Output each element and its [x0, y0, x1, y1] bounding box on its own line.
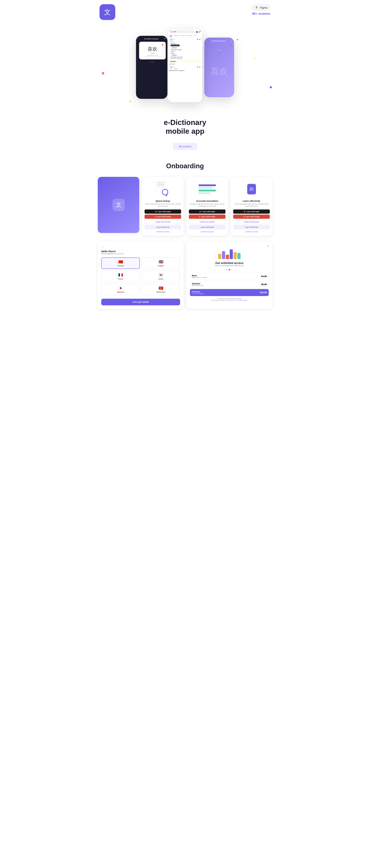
fc-example: The young use it to say "I love you"	[141, 56, 164, 57]
translation-illustration	[189, 180, 226, 198]
deco-dot-yellow2	[254, 58, 255, 59]
login-email-btn-3[interactable]: Log in with Email	[233, 225, 270, 229]
continue-guest-btn-1[interactable]: Continue as Guest	[144, 230, 181, 233]
lang-header: ‹	[101, 245, 180, 249]
mic-icon[interactable]: 🎤	[199, 31, 201, 33]
terms-link[interactable]: Terms of Use	[227, 299, 236, 301]
card-learn: 的 Learn efficiently Learn vocabulary fas…	[231, 177, 272, 236]
login-email-label-1: Log in with Email	[157, 226, 169, 228]
lang-subtitle: Which language do you use?	[101, 253, 180, 255]
login-google-btn-2[interactable]: G Log in with Google	[189, 215, 226, 219]
dict-screen: 🔍 yi zhi 📷 🎤 Word Character Sentence Gra…	[168, 29, 202, 102]
plan-premium-price: $19.99	[260, 291, 267, 294]
login-google-btn-1[interactable]: G Log in with Google	[144, 215, 181, 219]
card-welcome: 文	[98, 177, 139, 233]
paper-line-4	[157, 186, 164, 186]
search-icon: 🔍	[170, 31, 172, 32]
collapse-link[interactable]: Collapse	[169, 51, 201, 52]
create-account-btn-3[interactable]: Create new account	[233, 220, 270, 224]
plan-premium[interactable]: Premium It's yours forever $19.99	[190, 289, 269, 296]
lang-item-vietnamese[interactable]: 🇻🇳 Vietnamese	[141, 284, 180, 295]
login-apple-btn-2[interactable]: 🍎 Log in with Apple	[189, 210, 226, 214]
plan-basic[interactable]: Basic Billed every 3 months $4.99	[190, 273, 269, 280]
fc-counter: 1/150	[138, 61, 166, 63]
continue-guest-btn-2[interactable]: Continue as Guest	[189, 230, 226, 233]
flag-english: 🇬🇧	[159, 259, 163, 264]
show-more-link[interactable]: Show 4 more examples	[169, 58, 201, 59]
fc-right-back[interactable]: ‹	[206, 40, 207, 42]
login-email-label-3: Log in with Email	[245, 226, 258, 228]
dict-search-bar[interactable]: 🔍 yi zhi	[169, 30, 195, 33]
trans-bar-3	[199, 190, 216, 191]
entry-chinese-def-2: 一直都如此	[169, 54, 201, 56]
all-screens-button[interactable]: All screens	[173, 143, 197, 150]
continue-guest-label-3: Continue as Guest	[245, 231, 258, 232]
fc-settings[interactable]: ⚙️	[164, 38, 166, 39]
entry-yizhi: 一直 yi zhi 🔖 🔊 adverb ① all along yīzhí d…	[168, 38, 202, 60]
plan-basic-price: $4.99	[261, 275, 267, 278]
fc-right-settings[interactable]: ⚙️	[230, 40, 232, 42]
tab-sentence[interactable]: Sentence	[180, 35, 186, 37]
card-pricing: × Get unlimited access Choose a package …	[187, 241, 272, 309]
fc-right-counter: 1/150	[217, 49, 221, 51]
deco-dot-purple	[270, 86, 272, 88]
phone-left: ‹ Greetings vocabulary ⚙️ ‹ 🔖 喜欢 xi huan…	[136, 36, 167, 99]
learn-desc: Learn vocabulary faster and more efficie…	[233, 203, 270, 207]
lang-item-chinese[interactable]: 🇨🇳 Chinese	[101, 257, 140, 269]
bookmark-icon-2[interactable]: 🔖	[197, 66, 199, 68]
login-apple-btn-1[interactable]: 🍎 Log in with Apple	[144, 210, 181, 214]
lang-cta-button[interactable]: Let's get started	[101, 299, 180, 305]
tab-grammar[interactable]: Grammar	[187, 35, 192, 37]
lang-back-button[interactable]: ‹	[101, 245, 105, 249]
entry-pos-adverb: adverb	[169, 40, 173, 42]
apple-icon-2: 🍎	[199, 211, 201, 212]
speaker-icon-2[interactable]: 🔊	[199, 66, 201, 68]
paper-line-5	[157, 187, 164, 187]
login-apple-btn-3[interactable]: 🍎 Log in with Apple	[233, 210, 270, 214]
lang-item-japanese[interactable]: 🇯🇵 Japanese	[101, 284, 140, 295]
plan-standard[interactable]: Standard Billed every year $9.99	[190, 281, 269, 288]
lang-item-korea[interactable]: 🇰🇷 Korea	[141, 271, 180, 282]
login-google-btn-3[interactable]: G Log in with Google	[233, 215, 270, 219]
fc-arrow-left[interactable]: ‹	[138, 50, 138, 52]
login-email-btn-2[interactable]: Log in with Email	[189, 225, 226, 229]
figma-icon	[255, 6, 259, 9]
tab-character[interactable]: Character	[174, 35, 179, 37]
pricing-close[interactable]: ×	[190, 245, 269, 248]
privacy-link[interactable]: Privacy Policy	[239, 299, 247, 301]
pricing-dot-2[interactable]	[229, 269, 230, 271]
fc-right-title: Greetings vocabulary	[211, 40, 226, 42]
card-language: ‹ Hello there! Which language do you use…	[98, 241, 183, 309]
block-3	[226, 255, 229, 259]
dict-tooltip: yīzhí dū zhīdào	[171, 44, 179, 46]
login-email-btn-1[interactable]: Log in with Email	[144, 225, 181, 229]
fc-right-sound[interactable]: 🔊	[230, 44, 232, 46]
lang-item-english[interactable]: 🇬🇧 English	[141, 257, 180, 269]
plan-premium-info: Premium It's yours forever	[192, 290, 203, 294]
fc-back[interactable]: ‹	[138, 37, 138, 40]
restore-purchase-link[interactable]: Restore Purchase	[230, 298, 241, 299]
main-title: e-Dictionarymobile app	[100, 118, 270, 136]
flashcard-purple-screen: ‹ Greetings vocabulary ⚙️ 🔊 1/150 🔖 喜欢	[205, 38, 234, 97]
camera-icon[interactable]: 📷	[196, 31, 198, 33]
price-blocks	[218, 249, 240, 259]
speaker-icon[interactable]: 🔊	[199, 38, 201, 40]
app-icon: 文	[100, 4, 115, 20]
flag-vietnamese: 🇻🇳	[159, 286, 163, 290]
lang-name-japanese: Japanese	[117, 291, 124, 293]
tab-word[interactable]: Word	[169, 35, 172, 37]
onboarding-title: Onboarding	[98, 162, 272, 170]
lang-item-france[interactable]: 🇫🇷 France	[101, 271, 140, 282]
bookmark-icon[interactable]: 🔖	[197, 38, 199, 40]
welcome-icon: 文	[112, 199, 125, 211]
tab-ch[interactable]: Ch...	[194, 35, 196, 37]
create-account-btn-2[interactable]: Create new account	[189, 220, 226, 224]
continue-guest-btn-3[interactable]: Continue as Guest	[233, 230, 270, 233]
fc-right-chinese: 喜欢	[206, 66, 232, 77]
paper-line-3	[157, 185, 164, 185]
onboarding-section: Onboarding 文	[93, 155, 277, 319]
create-account-btn-1[interactable]: Create new account	[144, 220, 181, 224]
figma-button[interactable]: Figma	[251, 4, 270, 11]
fc-def: to be fond of; to like	[141, 55, 164, 56]
google-icon-1: G	[155, 216, 156, 218]
